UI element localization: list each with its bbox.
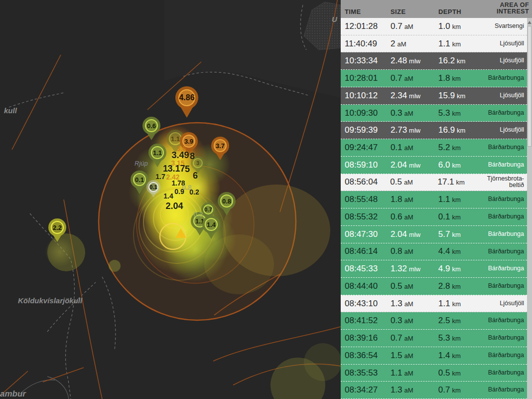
table-row[interactable]: 08:46:140.8aM4.4kmBárðarbunga xyxy=(341,243,527,261)
table-row[interactable]: 10:10:122.34mlw15.9kmLjósufjöll xyxy=(341,87,527,105)
pin-magnitude: 0.7 xyxy=(203,204,213,214)
quake-magnitude-label[interactable]: 5 xyxy=(185,164,190,175)
quake-size: 2.73mlw xyxy=(391,125,438,135)
quake-depth: 5.3km xyxy=(438,333,488,343)
table-row[interactable]: 08:56:040.5aM17.1kmTjörnesbrota-beltið xyxy=(341,174,527,192)
table-row[interactable]: 08:47:302.04mlw5.7kmBárðarbunga xyxy=(341,226,527,243)
quake-magnitude-label[interactable]: 8 xyxy=(190,151,195,162)
quake-time: 08:34:27 xyxy=(345,385,391,395)
quake-area: Bárðarbunga xyxy=(488,370,524,377)
quake-time: 10:28:01 xyxy=(345,73,391,83)
quake-area: Ljósufjöll xyxy=(488,57,524,64)
pin-magnitude: 1.1 xyxy=(169,132,182,145)
quake-size: 0.3aM xyxy=(391,108,438,118)
quake-depth: 1.1km xyxy=(438,39,488,49)
quake-magnitude-label[interactable]: 3.17 xyxy=(167,164,185,174)
table-row[interactable]: 08:45:331.32mlw4.9kmBárðarbunga xyxy=(341,260,527,278)
map-place-label: ambur xyxy=(0,389,26,399)
pin-tail xyxy=(146,131,157,140)
table-row[interactable]: 11:40:492aM1.1kmLjósufjöll xyxy=(341,35,527,53)
quake-size: 2.34mlw xyxy=(391,91,438,101)
quake-area: Bárðarbunga xyxy=(488,162,524,169)
quake-magnitude-label[interactable]: 6 xyxy=(193,171,198,181)
table-row[interactable]: 08:55:320.6aM0.1kmBárðarbunga xyxy=(341,208,527,226)
table-row[interactable]: 09:24:470.1aM5.2kmBárðarbunga xyxy=(341,139,527,157)
table-row[interactable]: 08:34:271.3aM0.7kmBárðarbunga xyxy=(341,382,527,399)
quake-depth: 0.5km xyxy=(438,368,488,378)
quake-time: 08:59:10 xyxy=(345,160,391,170)
pin-magnitude: 0.6 xyxy=(145,119,158,132)
table-row[interactable]: 10:33:342.48mlw16.2kmLjósufjöll xyxy=(341,52,527,70)
scroll-up-arrow-icon[interactable] xyxy=(527,20,532,25)
pin-magnitude: 1.1 xyxy=(151,146,164,159)
map-panel[interactable]: kullURjúpKöldukvíslarjökullambur 4.860.6… xyxy=(0,0,341,399)
quake-size: 1.3aM xyxy=(391,385,438,395)
table-row[interactable]: 08:55:481.8aM1.1kmBárðarbunga xyxy=(341,191,527,208)
quake-magnitude-label[interactable]: 0.9 xyxy=(174,188,184,196)
quake-depth: 2.5km xyxy=(438,316,488,326)
quake-size: 0.5aM xyxy=(390,177,437,187)
quake-magnitude-label[interactable]: 2.04 xyxy=(165,201,183,211)
quake-time: 08:43:10 xyxy=(345,299,391,309)
pin-tail xyxy=(152,158,163,167)
quake-size: 0.7aM xyxy=(391,21,438,31)
quake-magnitude-label[interactable]: 1.7 xyxy=(155,173,165,181)
quake-time: 08:46:14 xyxy=(345,246,391,256)
quake-size: 0.7aM xyxy=(391,333,438,343)
quake-area: Ljósufjöll xyxy=(488,127,524,134)
table-row[interactable]: 08:43:101.3aM1.1kmLjósufjöll xyxy=(341,295,527,313)
scrollbar-thumb[interactable] xyxy=(528,26,532,147)
quake-depth: 5.2km xyxy=(438,143,488,153)
quake-area: Tjörnesbrota-beltið xyxy=(487,176,524,190)
quake-time: 11:40:49 xyxy=(345,39,391,49)
volcano-marker[interactable] xyxy=(160,223,186,249)
column-header-depth: DEPTH xyxy=(438,8,488,15)
quake-time: 08:56:04 xyxy=(345,177,390,187)
table-row[interactable]: 10:28:010.7aM1.8kmBárðarbunga xyxy=(341,70,527,87)
quake-area: Bárðarbunga xyxy=(488,248,524,255)
quake-magnitude-label[interactable]: 0.3 xyxy=(193,210,203,218)
map-place-label: Rjúp xyxy=(134,160,148,167)
quake-area: Bárðarbunga xyxy=(488,283,524,290)
table-row[interactable]: 08:36:541.5aM1.4kmBárðarbunga xyxy=(341,347,527,365)
pin-magnitude: 4.86 xyxy=(178,89,195,106)
quake-depth: 6.0km xyxy=(438,160,488,170)
pin-magnitude: 0.1 xyxy=(133,173,146,186)
table-row[interactable]: 09:59:392.73mlw16.9kmLjósufjöll xyxy=(341,122,527,139)
quake-area: Bárðarbunga xyxy=(488,110,524,117)
quake-depth: 4.4km xyxy=(438,246,488,256)
pin-tail xyxy=(215,151,226,160)
pin-tail xyxy=(206,230,217,239)
table-scrollbar[interactable] xyxy=(527,18,532,399)
quake-magnitude-label[interactable]: 1.4 xyxy=(163,192,173,200)
map-place-label: U xyxy=(332,15,337,23)
quake-area: Ljósufjöll xyxy=(488,92,524,99)
pin-tail xyxy=(194,226,205,235)
table-row[interactable]: 10:09:300.3aM5.3kmBárðarbunga xyxy=(341,105,527,122)
table-row[interactable]: 08:59:102.04mlw6.0kmBárðarbunga xyxy=(341,157,527,174)
quake-magnitude-label[interactable]: 0.2 xyxy=(189,188,199,196)
quake-time: 10:09:30 xyxy=(345,108,391,118)
quake-size: 2.04mlw xyxy=(391,229,438,239)
table-row[interactable]: 08:39:160.7aM5.3kmBárðarbunga xyxy=(341,330,527,347)
quake-area: Bárðarbunga xyxy=(488,317,524,324)
map-place-label: kull xyxy=(4,106,17,115)
pin-tail xyxy=(134,185,145,194)
quake-area: Bárðarbunga xyxy=(488,144,524,151)
quake-area: Bárðarbunga xyxy=(488,387,524,394)
table-row[interactable]: 08:44:400.5aM2.8kmBárðarbunga xyxy=(341,278,527,295)
quake-area: Bárðarbunga xyxy=(488,352,524,359)
quake-time: 08:44:40 xyxy=(345,281,391,291)
quake-depth: 4.9km xyxy=(438,264,488,274)
quake-depth: 1.1km xyxy=(438,299,488,309)
table-row[interactable]: 08:41:520.3aM2.5kmBárðarbunga xyxy=(341,312,527,330)
column-header-size: SIZE xyxy=(391,8,438,15)
table-row[interactable]: 12:01:280.7aM1.0kmSvartsengi xyxy=(341,18,527,35)
quake-depth: 2.8km xyxy=(438,281,488,291)
earthquake-monitor-app: kullURjúpKöldukvíslarjökullambur 4.860.6… xyxy=(0,0,532,399)
quake-area: Bárðarbunga xyxy=(488,213,524,220)
quake-size: 1.1aM xyxy=(391,368,438,378)
quake-size: 2.48mlw xyxy=(391,56,438,66)
table-row[interactable]: 08:35:531.1aM0.5kmBárðarbunga xyxy=(341,365,527,382)
quake-size: 0.7aM xyxy=(391,73,438,83)
